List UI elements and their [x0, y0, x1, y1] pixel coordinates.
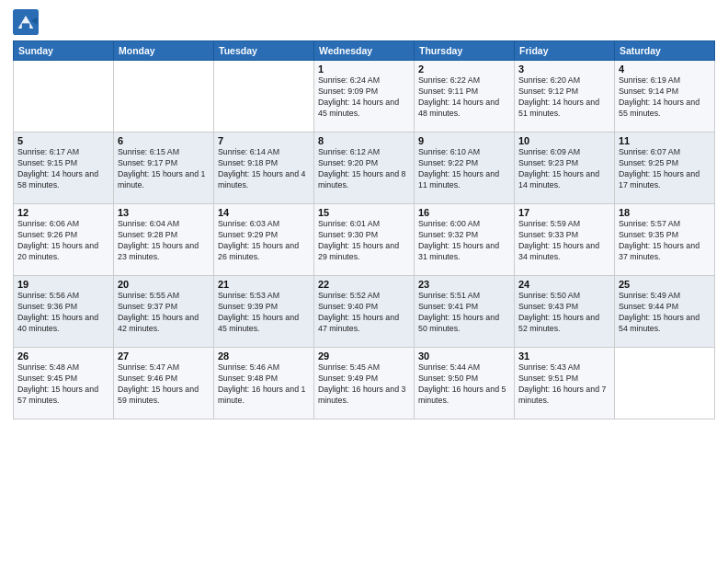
logo-icon	[13, 9, 39, 35]
day-detail: Sunrise: 6:10 AMSunset: 9:22 PMDaylight:…	[418, 147, 510, 191]
day-number: 13	[118, 207, 210, 218]
day-of-week-header: Thursday	[415, 41, 515, 61]
day-number: 7	[218, 135, 310, 146]
day-detail: Sunrise: 6:12 AMSunset: 9:20 PMDaylight:…	[318, 147, 410, 191]
day-number: 11	[619, 135, 711, 146]
calendar-day-cell: 5Sunrise: 6:17 AMSunset: 9:15 PMDaylight…	[14, 132, 114, 204]
calendar-day-cell: 31Sunrise: 5:43 AMSunset: 9:51 PMDayligh…	[515, 348, 615, 419]
calendar-day-cell: 27Sunrise: 5:47 AMSunset: 9:46 PMDayligh…	[114, 348, 214, 419]
day-number: 1	[318, 63, 410, 75]
day-number: 3	[518, 63, 610, 75]
day-detail: Sunrise: 5:59 AMSunset: 9:33 PMDaylight:…	[518, 219, 610, 263]
day-of-week-header: Tuesday	[214, 41, 314, 61]
day-detail: Sunrise: 5:57 AMSunset: 9:35 PMDaylight:…	[619, 219, 711, 263]
calendar-week-row: 12Sunrise: 6:06 AMSunset: 9:26 PMDayligh…	[14, 204, 715, 276]
logo	[13, 9, 40, 35]
day-detail: Sunrise: 6:14 AMSunset: 9:18 PMDaylight:…	[218, 147, 310, 191]
calendar-day-cell: 26Sunrise: 5:48 AMSunset: 9:45 PMDayligh…	[14, 348, 114, 419]
day-number: 2	[418, 63, 510, 75]
calendar-day-cell: 8Sunrise: 6:12 AMSunset: 9:20 PMDaylight…	[314, 132, 415, 204]
day-number: 26	[17, 350, 109, 362]
day-detail: Sunrise: 5:53 AMSunset: 9:39 PMDaylight:…	[218, 291, 310, 335]
day-detail: Sunrise: 5:52 AMSunset: 9:40 PMDaylight:…	[318, 291, 410, 335]
calendar-day-cell: 25Sunrise: 5:49 AMSunset: 9:44 PMDayligh…	[615, 276, 715, 348]
calendar-table: SundayMondayTuesdayWednesdayThursdayFrid…	[13, 40, 715, 419]
calendar-day-cell: 2Sunrise: 6:22 AMSunset: 9:11 PMDaylight…	[415, 61, 515, 132]
day-number: 15	[318, 207, 410, 218]
calendar-day-cell: 22Sunrise: 5:52 AMSunset: 9:40 PMDayligh…	[314, 276, 415, 348]
day-number: 22	[318, 279, 410, 290]
calendar-day-cell: 16Sunrise: 6:00 AMSunset: 9:32 PMDayligh…	[415, 204, 515, 276]
day-number: 6	[118, 135, 210, 146]
calendar-header-row: SundayMondayTuesdayWednesdayThursdayFrid…	[14, 41, 715, 61]
calendar-day-cell: 24Sunrise: 5:50 AMSunset: 9:43 PMDayligh…	[515, 276, 615, 348]
calendar-week-row: 1Sunrise: 6:24 AMSunset: 9:09 PMDaylight…	[14, 61, 715, 132]
day-detail: Sunrise: 6:20 AMSunset: 9:12 PMDaylight:…	[518, 75, 610, 120]
day-detail: Sunrise: 5:48 AMSunset: 9:45 PMDaylight:…	[17, 362, 109, 407]
day-number: 18	[619, 207, 711, 218]
calendar-week-row: 26Sunrise: 5:48 AMSunset: 9:45 PMDayligh…	[14, 348, 715, 419]
calendar-day-cell: 15Sunrise: 6:01 AMSunset: 9:30 PMDayligh…	[314, 204, 415, 276]
calendar-day-cell: 17Sunrise: 5:59 AMSunset: 9:33 PMDayligh…	[515, 204, 615, 276]
day-number: 8	[318, 135, 410, 146]
calendar-day-cell: 21Sunrise: 5:53 AMSunset: 9:39 PMDayligh…	[214, 276, 314, 348]
day-number: 30	[418, 350, 510, 362]
calendar-day-cell: 1Sunrise: 6:24 AMSunset: 9:09 PMDaylight…	[314, 61, 415, 132]
calendar-day-cell: 7Sunrise: 6:14 AMSunset: 9:18 PMDaylight…	[214, 132, 314, 204]
day-number: 27	[118, 350, 210, 362]
day-detail: Sunrise: 6:00 AMSunset: 9:32 PMDaylight:…	[418, 219, 510, 263]
day-detail: Sunrise: 6:09 AMSunset: 9:23 PMDaylight:…	[518, 147, 610, 191]
calendar-day-cell: 19Sunrise: 5:56 AMSunset: 9:36 PMDayligh…	[14, 276, 114, 348]
calendar-week-row: 19Sunrise: 5:56 AMSunset: 9:36 PMDayligh…	[14, 276, 715, 348]
day-detail: Sunrise: 6:03 AMSunset: 9:29 PMDaylight:…	[218, 219, 310, 263]
day-detail: Sunrise: 6:19 AMSunset: 9:14 PMDaylight:…	[619, 75, 711, 120]
day-detail: Sunrise: 5:43 AMSunset: 9:51 PMDaylight:…	[518, 362, 610, 407]
day-of-week-header: Saturday	[615, 41, 715, 61]
day-number: 20	[118, 279, 210, 290]
calendar-day-cell: 14Sunrise: 6:03 AMSunset: 9:29 PMDayligh…	[214, 204, 314, 276]
calendar-day-cell: 20Sunrise: 5:55 AMSunset: 9:37 PMDayligh…	[114, 276, 214, 348]
svg-rect-2	[22, 23, 29, 29]
day-detail: Sunrise: 6:06 AMSunset: 9:26 PMDaylight:…	[17, 219, 109, 263]
day-detail: Sunrise: 5:49 AMSunset: 9:44 PMDaylight:…	[619, 291, 711, 335]
day-number: 16	[418, 207, 510, 218]
day-number: 23	[418, 279, 510, 290]
calendar-day-cell: 30Sunrise: 5:44 AMSunset: 9:50 PMDayligh…	[415, 348, 515, 419]
day-number: 9	[418, 135, 510, 146]
header	[13, 9, 715, 35]
calendar-day-cell: 4Sunrise: 6:19 AMSunset: 9:14 PMDaylight…	[615, 61, 715, 132]
calendar-day-cell: 13Sunrise: 6:04 AMSunset: 9:28 PMDayligh…	[114, 204, 214, 276]
day-detail: Sunrise: 5:56 AMSunset: 9:36 PMDaylight:…	[17, 291, 109, 335]
day-number: 24	[518, 279, 610, 290]
day-number: 25	[619, 279, 711, 290]
day-detail: Sunrise: 6:01 AMSunset: 9:30 PMDaylight:…	[318, 219, 410, 263]
day-number: 19	[17, 279, 109, 290]
day-of-week-header: Monday	[114, 41, 214, 61]
day-number: 28	[218, 350, 310, 362]
day-number: 5	[17, 135, 109, 146]
day-number: 14	[218, 207, 310, 218]
day-of-week-header: Friday	[515, 41, 615, 61]
calendar-week-row: 5Sunrise: 6:17 AMSunset: 9:15 PMDaylight…	[14, 132, 715, 204]
day-detail: Sunrise: 6:04 AMSunset: 9:28 PMDaylight:…	[118, 219, 210, 263]
calendar-day-cell	[615, 348, 715, 419]
day-detail: Sunrise: 6:07 AMSunset: 9:25 PMDaylight:…	[619, 147, 711, 191]
day-detail: Sunrise: 5:51 AMSunset: 9:41 PMDaylight:…	[418, 291, 510, 335]
calendar-day-cell: 28Sunrise: 5:46 AMSunset: 9:48 PMDayligh…	[214, 348, 314, 419]
day-number: 21	[218, 279, 310, 290]
day-detail: Sunrise: 5:47 AMSunset: 9:46 PMDaylight:…	[118, 362, 210, 407]
day-of-week-header: Sunday	[14, 41, 114, 61]
day-detail: Sunrise: 6:24 AMSunset: 9:09 PMDaylight:…	[318, 75, 410, 120]
calendar-day-cell: 29Sunrise: 5:45 AMSunset: 9:49 PMDayligh…	[314, 348, 415, 419]
calendar-day-cell: 23Sunrise: 5:51 AMSunset: 9:41 PMDayligh…	[415, 276, 515, 348]
calendar-day-cell: 10Sunrise: 6:09 AMSunset: 9:23 PMDayligh…	[515, 132, 615, 204]
day-detail: Sunrise: 6:22 AMSunset: 9:11 PMDaylight:…	[418, 75, 510, 120]
calendar-day-cell	[14, 61, 114, 132]
calendar-day-cell: 18Sunrise: 5:57 AMSunset: 9:35 PMDayligh…	[615, 204, 715, 276]
calendar-day-cell	[214, 61, 314, 132]
calendar-day-cell: 11Sunrise: 6:07 AMSunset: 9:25 PMDayligh…	[615, 132, 715, 204]
calendar-day-cell: 12Sunrise: 6:06 AMSunset: 9:26 PMDayligh…	[14, 204, 114, 276]
day-detail: Sunrise: 5:44 AMSunset: 9:50 PMDaylight:…	[418, 362, 510, 407]
day-number: 17	[518, 207, 610, 218]
calendar-day-cell	[114, 61, 214, 132]
